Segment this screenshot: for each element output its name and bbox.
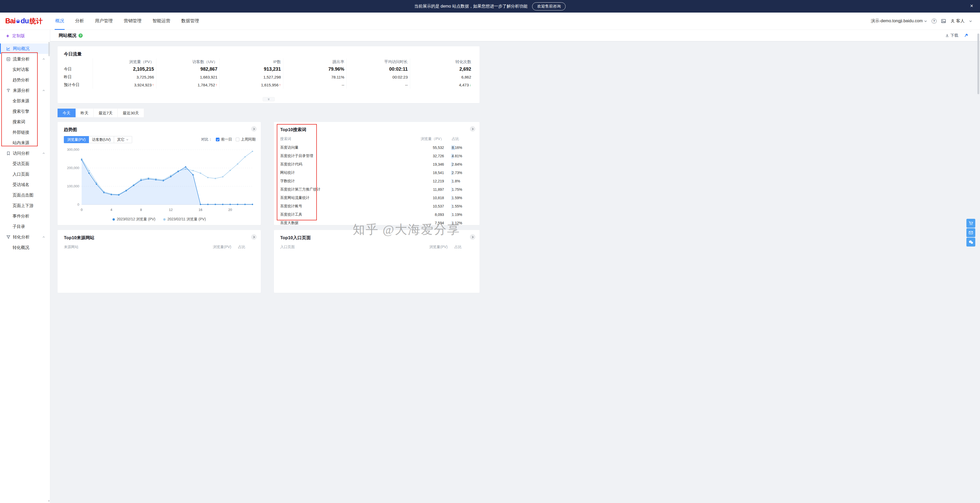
sidebar-item-2-3[interactable]: 页面点击图 <box>0 190 50 201</box>
metric-tab-1[interactable]: 访客数(UV) <box>89 136 114 143</box>
sidebar-item-1-3[interactable]: 外部链接 <box>0 127 50 138</box>
range-tab-2[interactable]: 最近7天 <box>94 108 118 117</box>
entry-page-column: 入口页面 <box>280 245 295 249</box>
metric-value: 78.11% <box>283 73 347 81</box>
banner-message: 当前展示的是 demo 站点数据，如果您想进一步了解分析功能 <box>414 4 490 9</box>
nav-tab-5[interactable]: 数据管理 <box>181 13 200 30</box>
sidebar-item-1-4[interactable]: 站内来源 <box>0 138 50 148</box>
top-search-header: 搜索词 浏览量（PV） 占比 <box>280 137 473 142</box>
search-term-ratio: 2.84% <box>452 162 473 167</box>
expand-toggle[interactable] <box>262 97 275 101</box>
today-column-header: 浏览量（PV） <box>92 58 156 65</box>
sidebar-item-0-0[interactable]: 实时访客 <box>0 64 50 75</box>
search-term-row: 百度统计账号10,5371.55% <box>280 202 473 210</box>
search-term-ratio: 4.81% <box>452 154 473 158</box>
card-nav-arrow-icon[interactable] <box>251 126 257 132</box>
main-nav: 概况分析用户管理营销管理智能运营数据管理 <box>55 13 200 30</box>
chevron-up-icon[interactable] <box>42 57 45 61</box>
page-help-icon[interactable]: ? <box>78 33 83 38</box>
sidebar-item-2-6[interactable]: 子目录 <box>0 221 50 232</box>
sidebar-item-site-overview[interactable]: 网站概况 <box>0 43 50 54</box>
range-tab-0[interactable]: 今天 <box>57 108 76 117</box>
trend-up-icon: ↑ <box>216 83 217 87</box>
card-nav-arrow-icon[interactable] <box>251 234 257 240</box>
metric-value: 1,784,752↑ <box>156 81 220 89</box>
chevron-up-icon[interactable] <box>42 236 45 239</box>
today-column-header: 跳出率 <box>283 58 347 65</box>
nav-tab-4[interactable]: 智能运营 <box>152 13 171 30</box>
paw-icon <box>16 19 21 24</box>
today-table-row: 昨日3,725,2661,683,9211,527,29878.11%00:02… <box>64 73 473 81</box>
sidebar-item-2-1[interactable]: 入口页面 <box>0 169 50 180</box>
search-term-ratio: 2.73% <box>452 170 473 175</box>
search-term[interactable]: 百度统计工具 <box>280 212 302 217</box>
svg-text:0: 0 <box>81 208 83 212</box>
search-term[interactable]: 百度网站流量统计 <box>280 196 310 200</box>
search-term-pv: 10,818 <box>433 196 444 200</box>
metric-tab-0[interactable]: 浏览量(PV) <box>64 136 89 143</box>
search-term[interactable]: 百度统计账号 <box>280 204 302 209</box>
metric-value: 2,692 <box>410 65 474 73</box>
top-source-title: Top10来源网站 <box>64 235 94 241</box>
sidebar-scrollbar-thumb[interactable] <box>48 42 50 56</box>
legend-item-0[interactable]: 2023/02/12 浏览量 (PV) <box>113 217 155 222</box>
svg-text:100,000: 100,000 <box>67 184 79 188</box>
trend-chart-wrap: 0100,000200,000300,000048121620 <box>64 146 255 213</box>
sidebar-item-1-0[interactable]: 全部来源 <box>0 96 50 106</box>
today-traffic-card: 今日流量 浏览量（PV）访客数（UV）IP数跳出率平均访问时长转化次数今日2,1… <box>57 46 479 103</box>
metric-value: 1,683,921 <box>156 73 220 81</box>
sidebar-item-1-2[interactable]: 搜索词 <box>0 117 50 127</box>
nav-tab-0[interactable]: 概况 <box>55 13 65 30</box>
sidebar-item-2-5[interactable]: 事件分析 <box>0 211 50 221</box>
legend-item-1[interactable]: 2023/02/11 浏览量 (PV) <box>163 217 206 222</box>
trend-chart: 0100,000200,000300,000048121620 <box>64 146 255 213</box>
checkbox-unchecked-icon[interactable] <box>236 138 239 141</box>
card-nav-arrow-icon[interactable] <box>470 234 475 240</box>
metric-value: 00:02:23 <box>346 73 410 81</box>
page-title: 网站概况 <box>59 32 76 38</box>
sidebar-edition[interactable]: 定制版 <box>0 30 50 42</box>
search-term[interactable]: 百度统计第三方推广统计 <box>280 187 320 192</box>
checkbox-checked-icon[interactable] <box>216 138 220 141</box>
compare-option-1[interactable]: 上周同期 <box>236 137 256 142</box>
nav-tab-3[interactable]: 营销管理 <box>123 13 142 30</box>
chevron-up-icon[interactable] <box>42 152 45 155</box>
sidebar-group-1[interactable]: 来源分析 <box>0 85 50 96</box>
sidebar-group-3[interactable]: 转化分析 <box>0 232 50 242</box>
metric-value: -- <box>283 81 347 89</box>
top-search-card: Top10搜索词 搜索词 浏览量（PV） 占比 百度访问量55,5328.16%… <box>274 122 479 225</box>
sidebar-item-0-1[interactable]: 趋势分析 <box>0 75 50 85</box>
card-nav-arrow-icon[interactable] <box>470 126 475 132</box>
compare-option-0[interactable]: 前一日 <box>216 137 232 142</box>
search-term[interactable]: 网站统计 <box>280 170 295 175</box>
search-term[interactable]: 百度统计子目录管理 <box>280 154 313 158</box>
range-tab-3[interactable]: 最近30天 <box>118 108 144 117</box>
search-term[interactable]: 百度统计代码 <box>280 162 302 167</box>
search-term-ratio: 1.8% <box>452 179 473 183</box>
sidebar-group-2[interactable]: 访问分析 <box>0 148 50 159</box>
svg-text:16: 16 <box>199 208 202 212</box>
range-tab-1[interactable]: 昨天 <box>76 108 94 117</box>
top-search-title: Top10搜索词 <box>280 127 306 133</box>
sidebar-item-1-1[interactable]: 搜索引擎 <box>0 106 50 117</box>
chevron-up-icon[interactable] <box>42 89 45 92</box>
today-traffic-table: 浏览量（PV）访客数（UV）IP数跳出率平均访问时长转化次数今日2,105,21… <box>64 58 473 89</box>
sidebar-item-3-0[interactable]: 转化概况 <box>0 242 50 252</box>
nav-tab-1[interactable]: 分析 <box>75 13 84 30</box>
visit-analysis-icon <box>6 151 11 156</box>
svg-text:20: 20 <box>228 208 232 212</box>
sidebar-item-2-0[interactable]: 受访页面 <box>0 159 50 169</box>
baidu-tongji-logo[interactable]: Bai du 统计 <box>5 17 51 25</box>
trend-down-icon: ↓ <box>469 83 471 87</box>
search-term[interactable]: 百度访问量 <box>280 145 299 150</box>
search-term[interactable]: 百度大数据 <box>280 221 299 225</box>
sidebar-item-2-2[interactable]: 受访域名 <box>0 180 50 190</box>
search-term-row: 百度网站流量统计10,8181.59% <box>280 194 473 202</box>
sidebar-group-0[interactable]: 流量分析 <box>0 54 50 64</box>
nav-tab-2[interactable]: 用户管理 <box>94 13 113 30</box>
sidebar-item-2-4[interactable]: 页面上下游 <box>0 201 50 211</box>
trend-up-icon: ↑ <box>279 83 281 87</box>
search-term[interactable]: 字数统计 <box>280 179 295 183</box>
metric-tab-2[interactable]: 其它 <box>114 136 132 143</box>
legend-dot-icon <box>163 218 165 221</box>
